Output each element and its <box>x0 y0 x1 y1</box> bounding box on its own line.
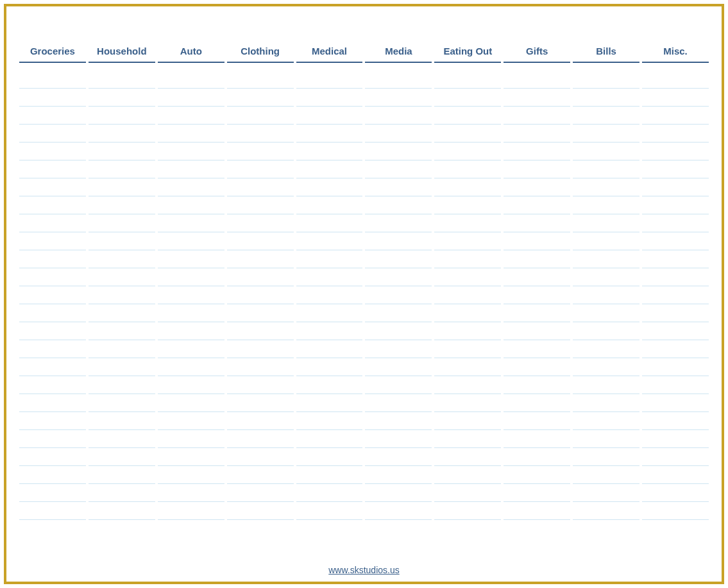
table-cell <box>19 125 86 143</box>
table-cell <box>89 466 155 484</box>
table-cell <box>642 268 709 286</box>
table-cell <box>89 502 155 520</box>
table-cell <box>227 466 294 484</box>
col-header-media: Media <box>365 42 432 63</box>
table-cell <box>365 340 432 358</box>
table-cell <box>296 322 363 340</box>
table-cell <box>573 286 639 304</box>
table-cell <box>158 502 224 520</box>
table-cell <box>89 143 155 160</box>
table-cell <box>434 214 501 232</box>
table-cell <box>89 412 155 430</box>
table-cell <box>89 322 155 340</box>
table-cell <box>573 322 639 340</box>
table-cell <box>296 340 363 358</box>
table-cell <box>19 143 86 160</box>
table-cell <box>227 376 294 394</box>
table-cell <box>158 304 224 322</box>
table-cell <box>227 107 294 125</box>
table-cell <box>573 89 639 107</box>
table-cell <box>19 502 86 520</box>
spacer-cell <box>227 63 294 71</box>
table-cell <box>573 250 639 268</box>
table-cell <box>296 89 363 107</box>
table-cell <box>365 304 432 322</box>
table-cell <box>504 196 570 214</box>
table-cell <box>573 107 639 125</box>
table-cell <box>19 430 86 448</box>
table-cell <box>642 502 709 520</box>
table-cell <box>434 448 501 466</box>
spacer-cell <box>19 63 86 71</box>
table-cell <box>227 232 294 250</box>
table-cell <box>296 160 363 178</box>
table-cell <box>573 196 639 214</box>
table-cell <box>642 484 709 502</box>
table-cell <box>642 376 709 394</box>
footer-link[interactable]: www.skstudios.us <box>328 565 399 575</box>
table-row <box>19 143 709 160</box>
table-row <box>19 304 709 322</box>
col-header-auto: Auto <box>158 42 224 63</box>
table-cell <box>19 250 86 268</box>
table-cell <box>504 484 570 502</box>
table-cell <box>296 143 363 160</box>
table-row <box>19 430 709 448</box>
table-cell <box>365 71 432 89</box>
table-cell <box>573 394 639 412</box>
table-cell <box>504 502 570 520</box>
table-cell <box>365 178 432 196</box>
table-cell <box>504 340 570 358</box>
table-cell <box>158 125 224 143</box>
table-cell <box>365 358 432 376</box>
table-cell <box>434 304 501 322</box>
table-cell <box>365 125 432 143</box>
table-cell <box>504 376 570 394</box>
table-cell <box>89 250 155 268</box>
table-cell <box>365 412 432 430</box>
table-cell <box>434 394 501 412</box>
table-cell <box>434 178 501 196</box>
table-cell <box>365 376 432 394</box>
table-cell <box>434 71 501 89</box>
table-cell <box>573 268 639 286</box>
spacer-cell <box>504 63 570 71</box>
table-cell <box>642 89 709 107</box>
table-cell <box>642 232 709 250</box>
table-cell <box>227 178 294 196</box>
table-cell <box>19 394 86 412</box>
table-cell <box>365 484 432 502</box>
table-cell <box>434 250 501 268</box>
table-row <box>19 412 709 430</box>
spacer-row <box>19 63 709 71</box>
table-cell <box>19 340 86 358</box>
table-cell <box>365 196 432 214</box>
table-cell <box>642 160 709 178</box>
table-cell <box>296 232 363 250</box>
table-cell <box>227 430 294 448</box>
table-cell <box>573 125 639 143</box>
table-cell <box>227 394 294 412</box>
table-cell <box>158 71 224 89</box>
table-cell <box>504 394 570 412</box>
table-cell <box>642 178 709 196</box>
table-cell <box>296 107 363 125</box>
table-cell <box>19 322 86 340</box>
table-cell <box>158 376 224 394</box>
table-cell <box>89 89 155 107</box>
table-cell <box>19 71 86 89</box>
table-cell <box>296 484 363 502</box>
table-cell <box>365 502 432 520</box>
spacer-cell <box>89 63 155 71</box>
table-cell <box>573 430 639 448</box>
table-cell <box>434 107 501 125</box>
document-frame: Groceries Household Auto Clothing Medica… <box>4 4 724 584</box>
table-cell <box>89 376 155 394</box>
table-cell <box>573 376 639 394</box>
table-cell <box>296 466 363 484</box>
table-cell <box>573 178 639 196</box>
table-cell <box>296 412 363 430</box>
table-cell <box>158 89 224 107</box>
table-cell <box>642 394 709 412</box>
table-cell <box>296 448 363 466</box>
